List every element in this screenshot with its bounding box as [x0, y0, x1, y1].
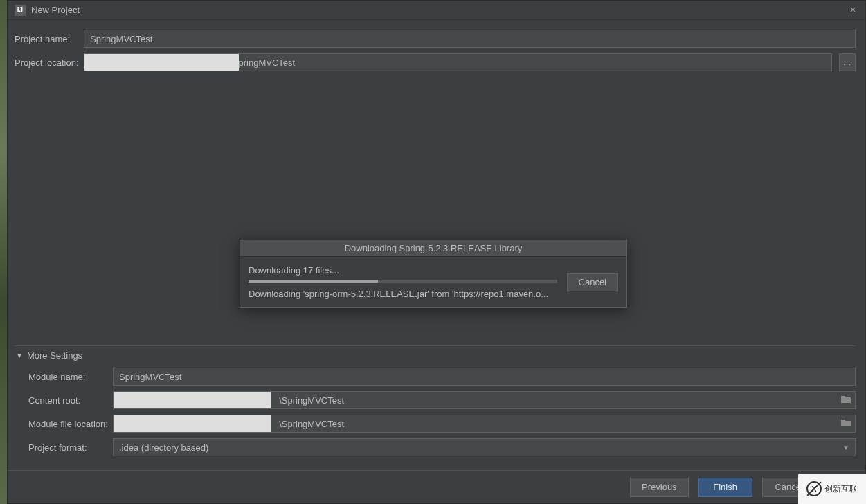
progress-bar-fill — [249, 280, 378, 283]
module-name-input[interactable] — [113, 368, 856, 386]
watermark-text: 创新互联 — [824, 483, 858, 495]
watermark: X 创新互联 — [798, 474, 866, 504]
previous-button[interactable]: Previous — [630, 478, 689, 497]
content-root-label: Content root: — [28, 395, 113, 406]
project-format-select[interactable]: .idea (directory based) ▼ — [113, 438, 856, 456]
module-file-location-row: Module file location: — [28, 415, 856, 433]
folder-icon[interactable] — [840, 395, 851, 404]
watermark-icon: X — [806, 481, 822, 496]
window-title: New Project — [31, 5, 847, 15]
redacted-path-overlay — [84, 53, 239, 71]
more-settings-toggle[interactable]: ▼ More Settings — [15, 350, 856, 361]
button-bar: Previous Finish Cancel H — [8, 470, 865, 503]
folder-icon[interactable] — [840, 418, 851, 428]
project-format-label: Project format: — [28, 442, 113, 453]
module-file-location-label: Module file location: — [28, 419, 113, 429]
more-settings-body: Module name: Content root: Module file l… — [15, 368, 856, 456]
progress-body: Downloading 17 files... Downloading 'spr… — [240, 257, 626, 307]
project-name-row: Project name: — [15, 30, 856, 48]
module-name-row: Module name: — [28, 368, 856, 386]
progress-status-top: Downloading 17 files... — [249, 265, 557, 276]
project-location-wrap — [84, 53, 832, 71]
new-project-dialog: IJ New Project × Project name: Project l… — [7, 0, 866, 504]
content-area: Project name: Project location: ... ▼ Mo… — [8, 20, 865, 503]
more-settings-label: More Settings — [27, 350, 82, 361]
app-icon: IJ — [15, 5, 26, 16]
desktop-edge — [0, 0, 7, 504]
redacted-path-overlay — [113, 415, 271, 433]
finish-button[interactable]: Finish — [698, 478, 752, 497]
content-root-row: Content root: — [28, 391, 856, 409]
browse-location-button[interactable]: ... — [839, 53, 856, 71]
more-settings-section: ▼ More Settings Module name: Content roo… — [15, 345, 856, 462]
progress-bar — [249, 280, 557, 283]
download-progress-dialog: Downloading Spring-5.2.3.RELEASE Library… — [240, 240, 627, 308]
section-divider — [15, 345, 856, 346]
titlebar: IJ New Project × — [8, 1, 865, 20]
module-name-label: Module name: — [28, 372, 113, 382]
progress-status-bottom: Downloading 'spring-orm-5.2.3.RELEASE.ja… — [249, 289, 557, 299]
project-format-value: .idea (directory based) — [119, 442, 208, 453]
progress-cancel-button[interactable]: Cancel — [567, 273, 618, 291]
project-format-row: Project format: .idea (directory based) … — [28, 438, 856, 456]
redacted-path-overlay — [113, 391, 271, 409]
module-file-location-wrap — [113, 415, 856, 433]
project-location-row: Project location: ... — [15, 53, 856, 71]
progress-title: Downloading Spring-5.2.3.RELEASE Library — [240, 240, 626, 257]
project-location-label: Project location: — [15, 57, 84, 68]
progress-left: Downloading 17 files... Downloading 'spr… — [249, 265, 557, 299]
chevron-down-icon: ▼ — [842, 444, 849, 451]
project-name-label: Project name: — [15, 34, 84, 44]
project-name-input[interactable] — [84, 30, 856, 48]
close-icon[interactable]: × — [847, 5, 858, 16]
content-root-wrap — [113, 391, 856, 409]
chevron-down-icon: ▼ — [16, 352, 23, 359]
